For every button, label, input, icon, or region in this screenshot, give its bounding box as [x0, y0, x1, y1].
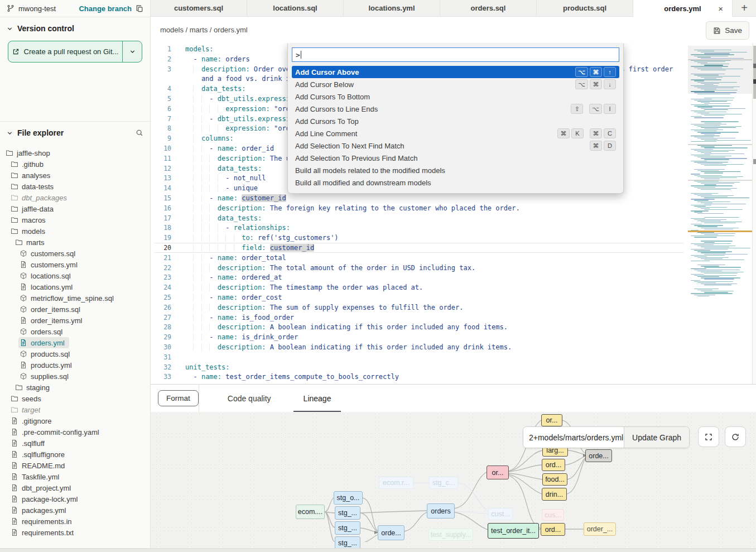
tree-item-requirements-txt[interactable]: requirements.txt: [0, 527, 150, 538]
tree-item-customers-sql[interactable]: customers.sql: [0, 248, 150, 259]
update-graph-button[interactable]: Update Graph: [624, 427, 689, 448]
refresh-button[interactable]: [725, 426, 746, 447]
tab-products-sql[interactable]: products.sql: [537, 0, 633, 16]
tree-item-readme-md[interactable]: README.md: [0, 460, 150, 471]
code-line-19[interactable]: 19 to: ref('stg_customers'): [151, 233, 756, 243]
code-line-25[interactable]: 25 - name: order_cost: [151, 292, 756, 303]
editor-scrollbar[interactable]: [752, 43, 756, 384]
panel-tab-lineage[interactable]: Lineage: [300, 385, 335, 412]
lineage-node-stg_[interactable]: stg_...: [335, 536, 360, 548]
panel-tab-code-quality[interactable]: Code quality: [224, 385, 275, 412]
code-line-23[interactable]: 23 - name: ordered_at: [151, 272, 756, 282]
lineage-node-ecomr[interactable]: ecom.r...: [379, 477, 413, 489]
code-line-18[interactable]: 18 - relationships:: [151, 223, 756, 233]
pr-dropdown-caret[interactable]: [123, 41, 142, 62]
palette-item-add-cursors-to-line-ends[interactable]: Add Cursors to Line Ends⇧⌥I: [292, 103, 619, 115]
file-explorer-header[interactable]: File explorer: [0, 122, 150, 141]
fullscreen-button[interactable]: [698, 426, 719, 447]
tree-item--pre-commit-config-yaml[interactable]: .pre-commit-config.yaml: [0, 426, 150, 438]
tree-item-products-sql[interactable]: products.sql: [0, 348, 150, 359]
tree-item-package-lock-yml[interactable]: package-lock.yml: [0, 493, 150, 505]
tree-item-seeds[interactable]: seeds: [0, 393, 150, 404]
lineage-node-order_[interactable]: order_...: [584, 522, 616, 536]
tree-item-locations-yml[interactable]: locations.yml: [0, 281, 150, 292]
tree-item-dbt-packages[interactable]: dbt_packages: [0, 192, 150, 203]
lineage-node-ord[interactable]: ord...: [541, 523, 565, 536]
lineage-node-orde[interactable]: orde...: [585, 449, 612, 462]
selector-input[interactable]: [523, 427, 624, 448]
tree-item-analyses[interactable]: analyses: [0, 170, 150, 181]
lineage-node-or[interactable]: or...: [541, 414, 562, 426]
code-line-30[interactable]: 30 description: A boolean indicating if …: [151, 342, 756, 352]
tree-item-jaffle-data[interactable]: jaffle-data: [0, 203, 150, 214]
tree-item-orders-yml[interactable]: orders.yml: [0, 337, 150, 348]
lineage-node-orders[interactable]: orders: [427, 503, 455, 519]
lineage-node-stg_[interactable]: stg_...: [335, 521, 360, 535]
code-line-17[interactable]: 17 data_tests:: [151, 213, 756, 223]
code-line-20[interactable]: 20 field: customer_id: [151, 243, 756, 253]
code-line-26[interactable]: 26 description: The sum of supply expens…: [151, 303, 756, 313]
palette-item-build-all-models-related-to-the-modified-models[interactable]: Build all models related to the modified…: [292, 164, 619, 176]
tree-item-marts[interactable]: marts: [0, 237, 150, 248]
close-icon[interactable]: ×: [718, 4, 723, 13]
lineage-node-cus[interactable]: cus...: [542, 509, 564, 521]
lineage-node-ord[interactable]: ord...: [542, 459, 565, 471]
create-pr-button[interactable]: Create a pull request on Git...: [8, 41, 142, 63]
tree-item-data-tests[interactable]: data-tests: [0, 181, 150, 192]
palette-item-add-selection-to-previous-find-match[interactable]: Add Selection To Previous Find Match: [292, 152, 619, 164]
code-line-22[interactable]: 22 description: The total amount of the …: [151, 263, 756, 273]
lineage-node-test_order_it[interactable]: test_order_it...: [488, 523, 539, 539]
tree-item-order-items-sql[interactable]: order_items.sql: [0, 304, 150, 315]
code-line-33[interactable]: 33 - name: test_order_items_compute_to_b…: [151, 372, 756, 382]
code-line-32[interactable]: 32unit_tests:: [151, 362, 756, 372]
lineage-node-drin[interactable]: drin...: [542, 488, 567, 501]
minimap[interactable]: [688, 46, 752, 300]
tree-item-macros[interactable]: macros: [0, 214, 150, 225]
tree-item-taskfile-yml[interactable]: Taskfile.yml: [0, 471, 150, 482]
tree-item-orders-sql[interactable]: orders.sql: [0, 326, 150, 337]
lineage-node-or[interactable]: or...: [487, 465, 509, 479]
tree-item-supplies-sql[interactable]: supplies.sql: [0, 371, 150, 382]
lineage-node-stg_o[interactable]: stg_o...: [334, 491, 363, 505]
tree-item-metricflow-time-spine-sql[interactable]: metricflow_time_spine.sql: [0, 292, 150, 304]
command-palette-input[interactable]: >: [292, 47, 619, 62]
code-line-16[interactable]: 16 description: The foreign key relating…: [151, 203, 756, 213]
code-line-15[interactable]: 15 - name: customer_id: [151, 193, 756, 203]
palette-item-build-all-modified-and-downstream-models[interactable]: Build all modified and downstream models: [292, 176, 619, 189]
lineage-node-stg_c[interactable]: stg_c...: [429, 477, 458, 489]
tab-customers-sql[interactable]: customers.sql: [151, 0, 247, 16]
code-editor[interactable]: 1models:2 - name: orders3 description: O…: [151, 43, 756, 384]
tree-item-locations-sql[interactable]: locations.sql: [0, 270, 150, 281]
tree-item-dbt-project-yml[interactable]: dbt_project.yml: [0, 482, 150, 493]
lineage-node-stg_[interactable]: stg_...: [335, 506, 360, 520]
version-control-header[interactable]: Version control: [0, 17, 150, 36]
palette-item-add-cursor-above[interactable]: Add Cursor Above⌥⌘↑: [292, 66, 619, 78]
tree-item-models[interactable]: models: [0, 225, 150, 237]
format-button[interactable]: Format: [158, 390, 199, 406]
palette-item-add-cursors-to-top[interactable]: Add Cursors To Top: [292, 115, 619, 127]
tab-orders-sql[interactable]: orders.sql: [440, 0, 537, 16]
palette-item-add-cursor-below[interactable]: Add Cursor Below⌥⌘↓: [292, 78, 619, 90]
tree-item-customers-yml[interactable]: customers.yml: [0, 259, 150, 270]
search-icon[interactable]: [136, 129, 143, 137]
bottom-scrollbar-strip[interactable]: [0, 548, 756, 552]
tree-item--gitignore[interactable]: .gitignore: [0, 415, 150, 426]
lineage-node-cust[interactable]: cust...: [488, 508, 513, 520]
tab-orders-yml[interactable]: orders.yml×: [633, 0, 733, 17]
lineage-graph[interactable]: ecom....stg_o...stg_...stg_...stg_...ord…: [151, 412, 756, 548]
code-line-24[interactable]: 24 description: The timestamp the order …: [151, 282, 756, 292]
code-line-29[interactable]: 29 - name: is_drink_order: [151, 332, 756, 342]
tree-item-order-items-yml[interactable]: order_items.yml: [0, 315, 150, 326]
code-line-28[interactable]: 28 description: A boolean indicating if …: [151, 322, 756, 332]
palette-item-add-selection-to-next-find-match[interactable]: Add Selection To Next Find Match⌘D: [292, 140, 619, 152]
tab-locations-sql[interactable]: locations.sql: [247, 0, 344, 16]
tree-item-target[interactable]: target: [0, 404, 150, 415]
lineage-node-test_supply[interactable]: test_supply...: [428, 529, 473, 541]
lineage-node-orde[interactable]: orde...: [378, 525, 405, 540]
tree-item-jaffle-shop[interactable]: jaffle-shop: [0, 147, 150, 159]
palette-item-add-cursors-to-bottom[interactable]: Add Cursors To Bottom: [292, 90, 619, 103]
code-line-31[interactable]: 31: [151, 352, 756, 362]
tab-locations-yml[interactable]: locations.yml: [344, 0, 440, 16]
tree-item-staging[interactable]: staging: [0, 382, 150, 393]
tree-item--sqlfluffignore[interactable]: .sqlfluffignore: [0, 449, 150, 460]
